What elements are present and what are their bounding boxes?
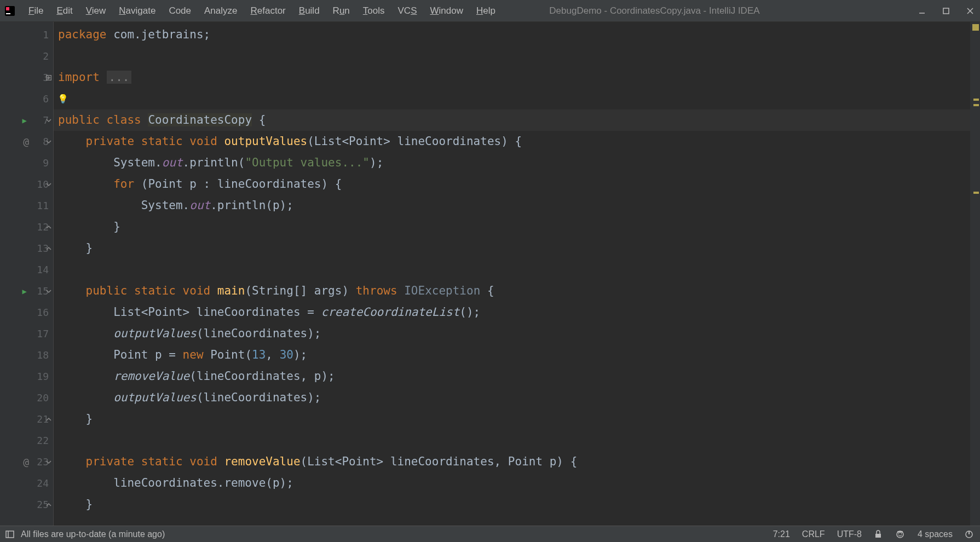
gutter-line[interactable]: @23 — [0, 451, 53, 472]
svg-rect-12 — [875, 534, 881, 538]
svg-rect-16 — [897, 531, 903, 533]
fold-end-icon[interactable] — [45, 224, 52, 230]
gutter-line[interactable]: 9 — [0, 152, 53, 174]
code-line: private static void outputValues(List<Po… — [54, 131, 970, 152]
caret-position[interactable]: 7:21 — [773, 529, 790, 539]
code-line — [54, 45, 970, 67]
maximize-button[interactable] — [941, 5, 952, 16]
menu-file[interactable]: File — [22, 3, 50, 19]
svg-point-15 — [901, 533, 902, 534]
menu-view[interactable]: View — [79, 3, 113, 19]
editor-area: 1 2 3 6💡 ▶7 @8 9 10 11 12 13 14 ▶15 16 1… — [0, 22, 980, 526]
code-line: for (Point p : lineCoordinates) { — [54, 174, 970, 195]
gutter-line[interactable]: ▶15 — [0, 280, 53, 302]
gutter-line[interactable]: 20 — [0, 387, 53, 408]
code-line: lineCoordinates.remove(p); — [54, 472, 970, 494]
inspection-indicator[interactable] — [972, 24, 979, 31]
code-line: removeValue(lineCoordinates, p); — [54, 366, 970, 387]
gutter-line[interactable]: 14 — [0, 259, 53, 280]
gutter-line[interactable]: 6💡 — [0, 88, 53, 109]
lock-icon[interactable] — [874, 529, 884, 539]
code-line: List<Point> lineCoordinates = createCoor… — [54, 302, 970, 323]
stripe-warning-icon[interactable] — [973, 192, 979, 194]
gutter-line[interactable]: 25 — [0, 494, 53, 515]
svg-rect-10 — [6, 531, 14, 538]
gutter-line[interactable]: 24 — [0, 472, 53, 494]
svg-rect-2 — [6, 13, 10, 14]
fold-end-icon[interactable] — [45, 501, 52, 508]
gutter-line[interactable]: 3 — [0, 67, 53, 88]
gutter-line[interactable]: 12 — [0, 216, 53, 238]
code-line — [54, 259, 970, 280]
code-line: public static void main(String[] args) t… — [54, 280, 970, 302]
stripe-warning-icon[interactable] — [973, 99, 979, 101]
gutter-line[interactable]: 21 — [0, 408, 53, 430]
code-line: private static void removeValue(List<Poi… — [54, 451, 970, 472]
gutter-line[interactable]: 18 — [0, 344, 53, 366]
svg-rect-4 — [943, 8, 949, 14]
fold-minus-icon[interactable] — [45, 459, 52, 465]
code-line: Point p = new Point(13, 30); — [54, 344, 970, 366]
code-line: package com.jetbrains; — [54, 24, 970, 45]
gutter-line[interactable]: 17 — [0, 323, 53, 344]
window-controls — [916, 5, 976, 16]
titlebar: File Edit View Navigate Code Analyze Ref… — [0, 0, 980, 22]
override-icon[interactable]: @ — [23, 456, 29, 468]
run-icon[interactable]: ▶ — [22, 116, 27, 125]
memory-icon[interactable] — [965, 529, 975, 539]
gutter-line[interactable]: 11 — [0, 195, 53, 216]
menu-code[interactable]: Code — [162, 3, 198, 19]
gutter-line[interactable]: @8 — [0, 131, 53, 152]
fold-minus-icon[interactable] — [45, 117, 52, 124]
line-separator[interactable]: CRLF — [802, 529, 825, 539]
gutter-line[interactable]: 2 — [0, 45, 53, 67]
fold-end-icon[interactable] — [45, 245, 52, 252]
svg-rect-18 — [969, 531, 970, 534]
code-editor[interactable]: package com.jetbrains; import ... public… — [54, 22, 970, 526]
status-message: All files are up-to-date (a minute ago) — [21, 529, 165, 539]
svg-rect-1 — [6, 7, 9, 10]
run-icon[interactable]: ▶ — [22, 287, 27, 296]
code-line: } — [54, 494, 970, 515]
fold-minus-icon[interactable] — [45, 288, 52, 295]
tool-window-icon[interactable] — [5, 529, 15, 539]
gutter-line[interactable]: 19 — [0, 366, 53, 387]
error-stripe[interactable] — [970, 22, 980, 526]
code-line: } — [54, 216, 970, 238]
code-line: outputValues(lineCoordinates); — [54, 323, 970, 344]
fold-end-icon[interactable] — [45, 416, 52, 423]
code-line: System.out.println("Output values..."); — [54, 152, 970, 174]
inspector-icon[interactable] — [896, 529, 906, 539]
fold-minus-icon[interactable] — [45, 139, 52, 145]
code-line: public class CoordinatesCopy { — [54, 109, 970, 131]
code-line — [54, 88, 970, 109]
code-line: } — [54, 238, 970, 259]
stripe-warning-icon[interactable] — [973, 104, 979, 106]
code-line: System.out.println(p); — [54, 195, 970, 216]
close-button[interactable] — [965, 5, 976, 16]
gutter-line[interactable]: ▶7 — [0, 109, 53, 131]
statusbar: All files are up-to-date (a minute ago) … — [0, 526, 980, 542]
gutter-line[interactable]: 13 — [0, 238, 53, 259]
menu-build[interactable]: Build — [292, 3, 326, 19]
window-title: DebugDemo - CoordinatesCopy.java - Intel… — [393, 5, 916, 16]
indent-info[interactable]: 4 spaces — [918, 529, 953, 539]
menu-analyze[interactable]: Analyze — [198, 3, 244, 19]
minimize-button[interactable] — [916, 5, 927, 16]
gutter-line[interactable]: 22 — [0, 430, 53, 451]
gutter[interactable]: 1 2 3 6💡 ▶7 @8 9 10 11 12 13 14 ▶15 16 1… — [0, 22, 54, 526]
gutter-line[interactable]: 16 — [0, 302, 53, 323]
code-line: } — [54, 408, 970, 430]
menu-run[interactable]: Run — [326, 3, 356, 19]
fold-plus-icon[interactable] — [45, 74, 52, 81]
menu-tools[interactable]: Tools — [356, 3, 391, 19]
gutter-line[interactable]: 10 — [0, 174, 53, 195]
fold-minus-icon[interactable] — [45, 181, 52, 188]
menu-edit[interactable]: Edit — [50, 3, 79, 19]
svg-point-14 — [898, 533, 899, 534]
menu-refactor[interactable]: Refactor — [244, 3, 292, 19]
encoding[interactable]: UTF-8 — [837, 529, 862, 539]
menu-navigate[interactable]: Navigate — [112, 3, 162, 19]
gutter-line[interactable]: 1 — [0, 24, 53, 45]
override-icon[interactable]: @ — [23, 136, 29, 147]
